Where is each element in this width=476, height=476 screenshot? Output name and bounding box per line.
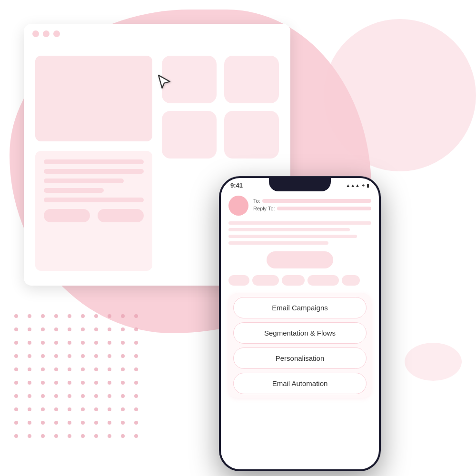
browser-left-panel <box>35 56 152 271</box>
dot-grid-dot <box>54 354 58 358</box>
dot-grid-dot <box>68 314 71 318</box>
dot-grid-dot <box>108 354 111 358</box>
email-reply-to-value-bar <box>277 207 371 210</box>
menu-item-email-automation[interactable]: Email Automation <box>233 373 367 394</box>
email-to-value-bar <box>262 199 371 203</box>
dot-grid-dot <box>81 354 85 358</box>
dot-grid-dot <box>121 381 125 385</box>
phone-email-content: To: Reply To: <box>221 191 379 403</box>
browser-btn-secondary <box>98 209 144 222</box>
email-body-line <box>228 221 371 225</box>
dot-grid-dot <box>134 434 138 438</box>
email-reply-to-line: Reply To: <box>253 206 371 211</box>
browser-dot-red <box>32 30 39 37</box>
dot-grid-dot <box>54 314 58 318</box>
dot-grid-dot <box>94 407 98 411</box>
email-body-line <box>228 228 350 231</box>
email-tag <box>342 275 360 286</box>
dot-grid-dot <box>14 314 18 318</box>
accent-blob <box>405 343 462 381</box>
dot-grid-dot <box>68 367 71 371</box>
menu-item-personalisation[interactable]: Personalisation <box>233 347 367 369</box>
battery-icon: ▮ <box>367 183 369 188</box>
dot-grid-dot <box>54 341 58 345</box>
phone-notch <box>269 178 331 191</box>
dot-grid-dot <box>14 354 18 358</box>
dot-grid-dot <box>134 421 138 425</box>
browser-content-line <box>44 188 104 193</box>
dot-grid-dot <box>68 381 71 385</box>
dot-grid-dot <box>14 434 18 438</box>
scene: 9:41 ▲▲▲ ⌖ ▮ To: <box>0 0 476 476</box>
dot-grid-dot <box>41 367 45 371</box>
dot-grid-dot <box>94 341 98 345</box>
dot-grid-dot <box>54 407 58 411</box>
browser-content-line <box>44 159 144 164</box>
dot-grid-dot <box>134 407 138 411</box>
dot-grid-dot <box>108 421 111 425</box>
email-header-row: To: Reply To: <box>228 196 371 216</box>
email-tag-row <box>228 275 371 286</box>
phone-status-icons: ▲▲▲ ⌖ ▮ <box>346 183 369 188</box>
dot-grid-dot <box>41 407 45 411</box>
browser-content-block <box>35 151 152 271</box>
browser-topbar <box>24 24 290 44</box>
dot-grid-dot <box>94 314 98 318</box>
dot-grid-dot <box>121 394 125 398</box>
grid-icon-3 <box>162 111 217 159</box>
dot-grid-dot <box>54 367 58 371</box>
browser-dot-yellow <box>43 30 50 37</box>
email-cta-button-placeholder <box>267 251 333 268</box>
browser-dot-green <box>53 30 60 37</box>
dot-grid-dot <box>14 367 18 371</box>
email-to-block: To: Reply To: <box>253 198 371 213</box>
browser-content-line <box>44 178 124 183</box>
dot-grid-dot <box>54 381 58 385</box>
dot-grid-dot <box>81 367 85 371</box>
menu-item-email-campaigns[interactable]: Email Campaigns <box>233 297 367 318</box>
email-avatar <box>228 196 248 216</box>
email-tag <box>282 275 305 286</box>
dot-grid-dot <box>68 394 71 398</box>
browser-btn-primary <box>44 209 90 222</box>
dot-grid-dot <box>41 421 45 425</box>
browser-grid-icons <box>162 56 279 159</box>
email-tag <box>307 275 339 286</box>
dot-grid-dot <box>28 407 31 411</box>
email-to-line: To: <box>253 198 371 204</box>
dot-grid-dot <box>108 394 111 398</box>
dot-grid-dot <box>54 394 58 398</box>
dot-grid-dot <box>94 327 98 331</box>
dot-grid-decoration <box>14 314 148 447</box>
dot-grid-dot <box>108 434 111 438</box>
dot-grid-dot <box>108 367 111 371</box>
dot-grid-dot <box>14 341 18 345</box>
grid-icon-4 <box>224 111 279 159</box>
dot-grid-dot <box>28 314 31 318</box>
phone-inner-screen: 9:41 ▲▲▲ ⌖ ▮ To: <box>221 178 379 469</box>
menu-item-segmentation-flows[interactable]: Segmentation & Flows <box>233 322 367 344</box>
email-to-label: To: <box>253 198 260 204</box>
dot-grid-dot <box>54 421 58 425</box>
dot-grid-dot <box>94 434 98 438</box>
grid-icon-1 <box>162 56 217 103</box>
browser-content-line <box>44 198 144 202</box>
email-body-line <box>228 241 328 245</box>
dot-grid-dot <box>14 394 18 398</box>
browser-buttons-row <box>44 209 144 222</box>
dot-grid-dot <box>68 407 71 411</box>
dot-grid-dot <box>81 381 85 385</box>
dot-grid-dot <box>94 354 98 358</box>
dot-grid-dot <box>41 434 45 438</box>
dot-grid-dot <box>81 394 85 398</box>
wifi-icon: ⌖ <box>362 183 365 188</box>
dot-grid-dot <box>28 354 31 358</box>
dot-grid-dot <box>41 354 45 358</box>
dot-grid-dot <box>81 341 85 345</box>
dot-grid-dot <box>81 407 85 411</box>
phone-mockup: 9:41 ▲▲▲ ⌖ ▮ To: <box>219 176 381 471</box>
dot-grid-dot <box>68 341 71 345</box>
dot-grid-dot <box>14 327 18 331</box>
dot-grid-dot <box>68 421 71 425</box>
dot-grid-dot <box>28 381 31 385</box>
